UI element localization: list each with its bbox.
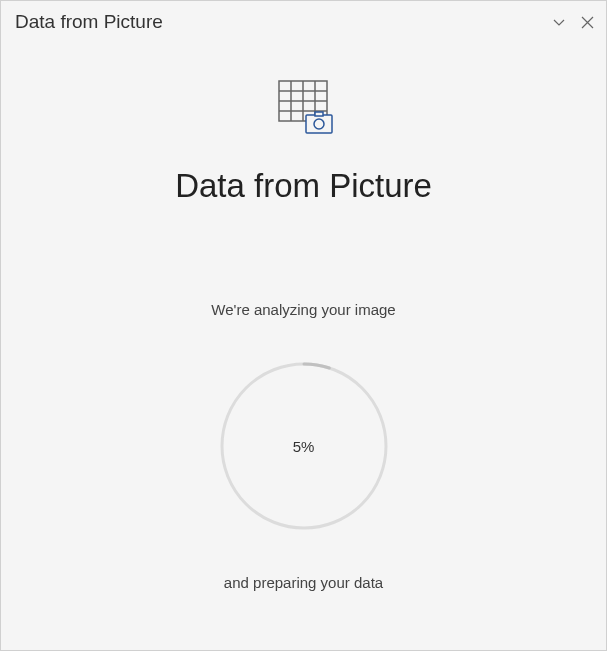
pane-title: Data from Picture (15, 11, 163, 33)
pane-header: Data from Picture (1, 1, 606, 39)
close-button[interactable] (580, 15, 594, 29)
progress-percent-label: 5% (293, 438, 315, 455)
progress-ring: 5% (216, 358, 392, 534)
header-controls (552, 15, 594, 29)
page-heading: Data from Picture (175, 167, 432, 205)
chevron-down-icon (552, 15, 566, 29)
svg-rect-7 (306, 115, 332, 133)
collapse-button[interactable] (552, 15, 566, 29)
data-from-picture-pane: Data from Picture (0, 0, 607, 651)
status-line-1: We're analyzing your image (211, 301, 395, 318)
content-area: Data from Picture We're analyzing your i… (1, 39, 606, 650)
status-line-2: and preparing your data (224, 574, 383, 591)
close-icon (581, 16, 594, 29)
svg-rect-8 (315, 112, 323, 116)
grid-camera-icon (273, 79, 335, 139)
